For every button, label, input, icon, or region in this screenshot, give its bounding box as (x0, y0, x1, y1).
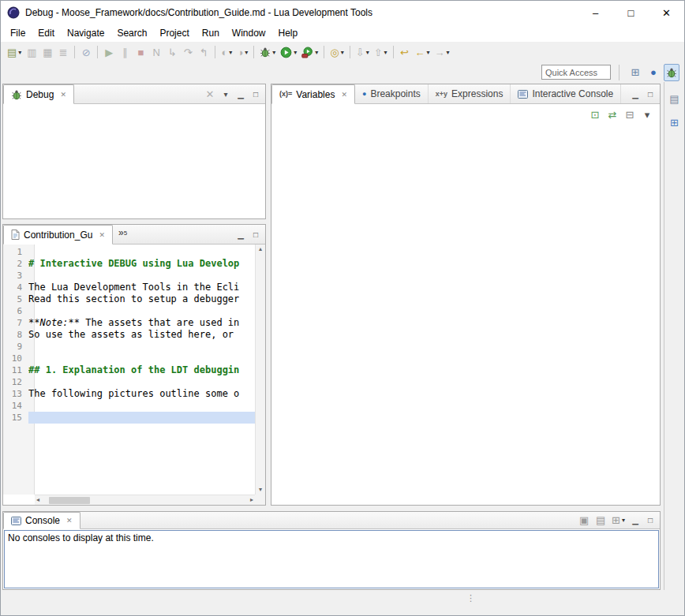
scroll-left-icon[interactable]: ◂ (36, 497, 39, 503)
maximize-view-icon[interactable]: □ (249, 227, 263, 241)
editor-line-7[interactable]: 7**Note:** The assets that are used in (3, 317, 255, 329)
editor-content[interactable]: 12# Interactive DEBUG using Lua Develop3… (3, 245, 265, 505)
external-tools-button[interactable]: ▾ (299, 43, 320, 61)
maximize-view-icon[interactable]: □ (643, 513, 657, 528)
editor-line-13[interactable]: 13The following pictures outline some o (3, 388, 255, 400)
minimize-view-icon[interactable]: ▁ (628, 513, 642, 528)
editor-line-4[interactable]: 4The Lua Development Tools in the Ecli (3, 282, 255, 293)
maximize-window-button[interactable]: □ (613, 1, 649, 24)
tab-variables[interactable]: (x)=Variables✕ (271, 84, 355, 104)
sash-handle[interactable]: ⋮ (466, 593, 475, 603)
minimize-view-icon[interactable]: ▁ (628, 87, 642, 101)
print-button[interactable]: ≣ (55, 43, 71, 61)
tab-expressions[interactable]: x+yExpressions (429, 84, 511, 103)
resume-button[interactable]: ▶ (101, 43, 117, 61)
editor-line-8[interactable]: 8So use the assets as listed here, or (3, 329, 255, 341)
editor-tab-overflow[interactable]: » 5 (113, 225, 131, 244)
close-tab-icon[interactable]: ✕ (66, 517, 73, 525)
external-tools-dropdown-icon[interactable]: ▾ (315, 49, 318, 56)
next-annotation-dropdown-icon[interactable]: ▾ (366, 49, 369, 56)
disconnect-button[interactable]: N (148, 43, 164, 61)
editor-horizontal-scrollbar[interactable]: ◂ ▸ (35, 495, 255, 505)
last-edit-location-button[interactable]: ↩ (397, 43, 413, 61)
editor-line-12[interactable]: 12 (3, 376, 255, 388)
editor-line-3[interactable]: 3 (3, 270, 255, 282)
scroll-up-icon[interactable]: ▴ (259, 246, 262, 252)
perspective-debug-button[interactable] (664, 64, 679, 81)
restore-editor-button[interactable]: ▤ (667, 90, 683, 107)
step-return-button[interactable]: ↰ (196, 43, 211, 61)
minimize-view-icon[interactable]: ▁ (234, 87, 248, 101)
profile-dropdown-icon[interactable]: ▾ (229, 49, 232, 56)
back-button[interactable]: ←▾ (413, 43, 432, 61)
open-console-dropdown-icon[interactable]: ▾ (622, 517, 625, 524)
editor-line-6[interactable]: 6 (3, 305, 255, 317)
editor-line-5[interactable]: 5Read this section to setup a debugger (3, 293, 255, 305)
skip-all-breakpoints-button[interactable]: ⊘ (78, 43, 94, 61)
open-perspective-button[interactable]: ⊞ (627, 64, 643, 81)
remove-all-terminated-button[interactable]: ✕ (202, 87, 218, 101)
minimize-view-icon[interactable]: ▁ (234, 227, 248, 241)
editor-line-11[interactable]: 11## 1. Explanation of the LDT debuggin (3, 364, 255, 376)
view-menu-icon[interactable]: ▾ (219, 87, 233, 101)
display-selected-console-button[interactable]: ▣ (576, 513, 592, 528)
close-tab-icon[interactable]: ✕ (60, 91, 66, 99)
menu-file[interactable]: File (4, 26, 32, 40)
menu-search[interactable]: Search (110, 26, 153, 40)
maximize-view-icon[interactable]: □ (643, 87, 657, 101)
new-wizard-dropdown-icon[interactable]: ▾ (18, 49, 21, 56)
show-type-names-button[interactable]: ⊡ (587, 107, 603, 121)
debug-dropdown-icon[interactable]: ▾ (272, 49, 275, 56)
editor-line-14[interactable]: 14 (3, 400, 255, 412)
editor-line-10[interactable]: 10 (3, 353, 255, 364)
editor-line-15[interactable]: 15 (3, 412, 255, 424)
search-button[interactable]: ◎▾ (328, 43, 346, 61)
back-dropdown-icon[interactable]: ▾ (427, 49, 430, 56)
coverage-button[interactable]: ◑▾ (234, 43, 250, 61)
maximize-view-icon[interactable]: □ (249, 87, 263, 101)
open-console-button[interactable]: ⊞▾ (609, 513, 627, 528)
terminate-button[interactable]: ■ (133, 43, 148, 61)
run-button[interactable]: ▾ (278, 43, 299, 61)
search-dropdown-icon[interactable]: ▾ (341, 49, 344, 56)
tab-breakpoints[interactable]: ●Breakpoints (355, 84, 429, 103)
view-menu-button[interactable]: ▾ (639, 107, 655, 121)
minimize-window-button[interactable]: – (578, 1, 613, 24)
close-window-button[interactable]: ✕ (649, 1, 684, 24)
restore-outline-button[interactable]: ⊞ (667, 114, 683, 131)
editor-vertical-scrollbar[interactable]: ▴ ▾ (255, 245, 265, 495)
forward-dropdown-icon[interactable]: ▾ (447, 49, 450, 56)
menu-edit[interactable]: Edit (32, 26, 61, 40)
scrollbar-thumb[interactable] (49, 497, 90, 504)
new-wizard-button[interactable]: ▤▾ (5, 43, 24, 61)
run-dropdown-icon[interactable]: ▾ (294, 49, 297, 56)
editor-line-1[interactable]: 1 (3, 246, 255, 258)
profile-button[interactable]: ◐▾ (219, 43, 234, 61)
menu-project[interactable]: Project (153, 26, 195, 40)
previous-annotation-dropdown-icon[interactable]: ▾ (384, 49, 387, 56)
next-annotation-button[interactable]: ⇩▾ (354, 43, 372, 61)
menu-navigate[interactable]: Navigate (61, 26, 110, 40)
scroll-right-icon[interactable]: ▸ (250, 497, 253, 503)
scroll-down-icon[interactable]: ▾ (259, 487, 262, 493)
save-button[interactable]: ▥ (24, 43, 39, 61)
menu-run[interactable]: Run (196, 26, 226, 40)
tab-contribution-guide[interactable]: Contribution_Gu ✕ (3, 225, 113, 245)
tab-console[interactable]: Console ✕ (3, 512, 80, 529)
editor-line-9[interactable]: 9 (3, 341, 255, 353)
collapse-all-button[interactable]: ⊟ (622, 107, 638, 121)
save-all-button[interactable]: ▦ (39, 43, 55, 61)
menu-window[interactable]: Window (226, 26, 272, 40)
perspective-ldt-button[interactable]: ● (646, 64, 661, 81)
close-tab-icon[interactable]: ✕ (99, 231, 105, 239)
pin-console-button[interactable]: ▤ (593, 513, 608, 528)
step-into-button[interactable]: ↳ (164, 43, 180, 61)
debug-button[interactable]: ▾ (257, 43, 278, 61)
menu-help[interactable]: Help (272, 26, 305, 40)
forward-button[interactable]: →▾ (432, 43, 452, 61)
show-logical-structures-button[interactable]: ⇄ (605, 107, 620, 121)
tab-debug[interactable]: Debug ✕ (3, 84, 74, 104)
coverage-dropdown-icon[interactable]: ▾ (245, 49, 248, 56)
close-tab-icon[interactable]: ✕ (341, 91, 347, 99)
suspend-button[interactable]: ∥ (117, 43, 133, 61)
